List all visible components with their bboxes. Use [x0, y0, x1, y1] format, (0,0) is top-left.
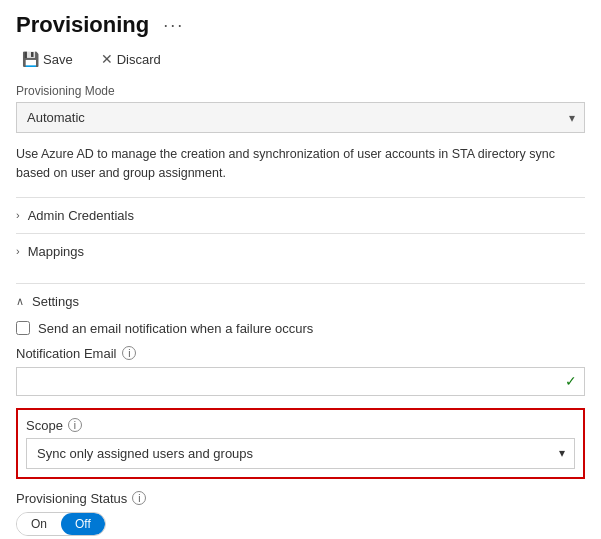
provisioning-mode-label: Provisioning Mode — [16, 84, 585, 98]
save-icon: 💾 — [22, 51, 39, 67]
scope-info-icon[interactable]: i — [68, 418, 82, 432]
provisioning-status-label: Provisioning Status — [16, 491, 127, 506]
admin-credentials-header[interactable]: › Admin Credentials — [16, 197, 585, 233]
page-header: Provisioning ··· — [16, 12, 585, 38]
mappings-header[interactable]: › Mappings — [16, 233, 585, 269]
provisioning-status-section: Provisioning Status i On Off — [16, 491, 585, 536]
discard-icon: ✕ — [101, 51, 113, 67]
save-label: Save — [43, 52, 73, 67]
notification-email-info-icon[interactable]: i — [122, 346, 136, 360]
settings-section: ∧ Settings Send an email notification wh… — [16, 283, 585, 536]
discard-button[interactable]: ✕ Discard — [95, 48, 167, 70]
provisioning-mode-select-wrapper: Automatic ▾ — [16, 102, 585, 133]
toolbar: 💾 Save ✕ Discard — [16, 48, 585, 70]
provisioning-status-label-row: Provisioning Status i — [16, 491, 585, 506]
provisioning-status-info-icon[interactable]: i — [132, 491, 146, 505]
scope-select-wrapper: Sync only assigned users and groups Sync… — [26, 438, 575, 469]
discard-label: Discard — [117, 52, 161, 67]
toggle-on-button[interactable]: On — [17, 513, 61, 535]
notification-email-label-row: Notification Email i — [16, 346, 585, 361]
toggle-off-button[interactable]: Off — [61, 513, 105, 535]
scope-section: Scope i Sync only assigned users and gro… — [16, 408, 585, 479]
settings-header[interactable]: ∧ Settings — [16, 294, 585, 309]
notification-email-label: Notification Email — [16, 346, 116, 361]
save-button[interactable]: 💾 Save — [16, 48, 79, 70]
scope-label: Scope — [26, 418, 63, 433]
notification-email-input[interactable] — [16, 367, 585, 396]
mappings-label: Mappings — [28, 244, 84, 259]
ellipsis-button[interactable]: ··· — [159, 13, 188, 38]
page-title: Provisioning — [16, 12, 149, 38]
notification-email-input-wrapper: ✓ — [16, 367, 585, 396]
admin-credentials-section: › Admin Credentials — [16, 197, 585, 233]
email-notification-row: Send an email notification when a failur… — [16, 321, 585, 336]
description-text: Use Azure AD to manage the creation and … — [16, 145, 585, 183]
mappings-chevron-icon: › — [16, 245, 20, 257]
mappings-section: › Mappings — [16, 233, 585, 269]
toggle-group: On Off — [16, 512, 106, 536]
email-notification-checkbox[interactable] — [16, 321, 30, 335]
settings-label: Settings — [32, 294, 79, 309]
page-container: Provisioning ··· 💾 Save ✕ Discard Provis… — [0, 0, 601, 539]
scope-select[interactable]: Sync only assigned users and groups Sync… — [26, 438, 575, 469]
scope-label-row: Scope i — [26, 418, 575, 433]
notification-email-check-icon: ✓ — [565, 373, 577, 389]
admin-credentials-chevron-icon: › — [16, 209, 20, 221]
admin-credentials-label: Admin Credentials — [28, 208, 134, 223]
provisioning-mode-select[interactable]: Automatic — [16, 102, 585, 133]
email-notification-label: Send an email notification when a failur… — [38, 321, 313, 336]
settings-chevron-icon: ∧ — [16, 295, 24, 308]
